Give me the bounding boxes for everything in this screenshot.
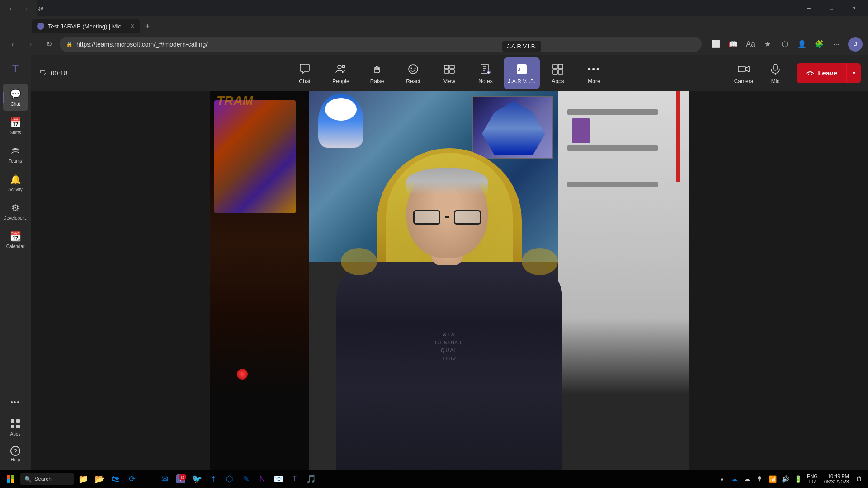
taskbar-teams[interactable]: T 33: [174, 472, 188, 486]
main-content: 🛡 00:18 Chat: [31, 55, 868, 470]
battery-icon[interactable]: 🔋: [793, 472, 803, 486]
back-nav-button[interactable]: ‹: [5, 37, 20, 52]
back-button[interactable]: ‹: [4, 1, 18, 16]
start-button[interactable]: [4, 472, 18, 486]
sidebar-item-activity[interactable]: 🔔 Activity: [3, 169, 28, 196]
taskbar-settings[interactable]: ⚙: [141, 472, 156, 486]
favorites-icon[interactable]: ★: [760, 37, 775, 52]
edge-icon: ⟳: [129, 474, 136, 484]
immersive-reader-icon[interactable]: Aa: [743, 37, 758, 52]
mic-tray-icon[interactable]: 🎙: [755, 472, 765, 486]
taskbar-facebook[interactable]: f: [206, 472, 221, 486]
facebook-icon: f: [212, 474, 214, 484]
new-tab-button[interactable]: +: [140, 20, 155, 33]
apps-toolbar-icon: [551, 62, 565, 76]
sidebar-item-developer[interactable]: ⚙ Developer...: [3, 198, 28, 225]
taskbar-vscode[interactable]: ⬡: [222, 472, 237, 486]
browser-tab-teams[interactable]: Test JARVIB (Meeting) | Mic... ✕: [32, 19, 140, 33]
person-head: [406, 168, 488, 258]
refresh-button[interactable]: ↻: [42, 37, 56, 52]
taskbar-files[interactable]: 📂: [92, 472, 107, 486]
volume-icon[interactable]: 🔊: [780, 472, 791, 486]
jarvib-button[interactable]: J J.A.R.V.I.B. J.A.R.V.I.B.: [504, 57, 540, 89]
react-button[interactable]: React: [395, 57, 431, 89]
apps-toolbar-button[interactable]: Apps: [540, 57, 576, 89]
taskbar-store[interactable]: 🛍: [108, 472, 123, 486]
minimize-button[interactable]: ─: [798, 1, 819, 15]
help-icon: ?: [10, 446, 20, 456]
language-indicator[interactable]: ENG FR: [805, 474, 820, 484]
people-icon-svg: [335, 63, 347, 75]
profile-icon[interactable]: 👤: [795, 37, 809, 52]
sidebar-item-apps[interactable]: Apps: [3, 414, 28, 441]
sidebar-item-more[interactable]: •••: [3, 392, 28, 412]
taskbar-teams2[interactable]: T: [288, 472, 302, 486]
onedrive-icon[interactable]: ☁: [729, 472, 740, 486]
raise-button[interactable]: Raise: [359, 57, 395, 89]
notes-button[interactable]: Notes: [467, 57, 504, 89]
system-tray: ∧ ☁ ☁ 🎙 📶 🔊 🔋 ENG FR 10:49 PM 08/31/2023…: [717, 472, 864, 486]
url-bar[interactable]: 🔒 https://teams.microsoft.com/_#/modern-…: [60, 37, 702, 52]
cloud2-icon[interactable]: ☁: [742, 472, 753, 486]
collections-icon[interactable]: ⬡: [778, 37, 792, 52]
react-icon-svg: [407, 63, 419, 75]
leave-button-container: Leave ▾: [797, 63, 861, 83]
sidebar-item-calendar[interactable]: 📆 Calendar: [3, 226, 28, 253]
security-lock-icon: 🔒: [66, 41, 73, 47]
taskbar-search[interactable]: 🔍 Search: [20, 473, 74, 485]
search-placeholder: Search: [34, 476, 52, 482]
sidebar-item-help[interactable]: ? Help: [3, 442, 28, 466]
taskbar-wacom[interactable]: ✎: [239, 472, 253, 486]
tab-close-button[interactable]: ✕: [130, 23, 135, 29]
taskbar-onenote[interactable]: N: [255, 472, 269, 486]
taskbar-outlook[interactable]: ✉: [157, 472, 172, 486]
sidebar-item-teams[interactable]: Teams: [3, 141, 28, 168]
sidebar-label-help: Help: [11, 457, 20, 463]
mic-button[interactable]: Mic: [760, 57, 791, 89]
more-button[interactable]: ••• More: [576, 57, 612, 89]
sidebar-item-chat[interactable]: 💬 Chat: [3, 84, 28, 111]
sidebar-item-shifts[interactable]: 📅 Shifts: [3, 113, 28, 139]
notification-icon[interactable]: 🗓: [854, 472, 864, 486]
tray-expand-icon[interactable]: ∧: [717, 472, 727, 486]
taskbar-file-explorer[interactable]: 📁: [76, 472, 90, 486]
forward-nav-button[interactable]: ›: [24, 37, 38, 52]
view-button[interactable]: View: [431, 57, 467, 89]
leave-button[interactable]: Leave: [797, 63, 846, 83]
store-icon: 🛍: [112, 474, 120, 484]
forward-button[interactable]: ›: [19, 1, 33, 16]
tab-search-icon[interactable]: ⬜: [709, 37, 723, 52]
leave-dropdown-button[interactable]: ▾: [846, 63, 861, 83]
svg-rect-4: [16, 419, 20, 423]
user-avatar[interactable]: J: [848, 37, 863, 52]
sidebar-label-chat: Chat: [10, 102, 20, 107]
purple-box: [572, 118, 590, 143]
jarvib-toolbar-icon: J: [514, 62, 529, 76]
people-button[interactable]: People: [323, 57, 359, 89]
browser-menu-icon[interactable]: ···: [829, 37, 844, 52]
files-icon: 📂: [94, 474, 104, 484]
developer-icon: ⚙: [9, 202, 22, 214]
video-area: TRAM: [31, 91, 868, 470]
taskbar-clock[interactable]: 10:49 PM 08/31/2023: [821, 474, 852, 484]
extensions-icon[interactable]: 🧩: [812, 37, 826, 52]
chat-button[interactable]: Chat: [287, 57, 323, 89]
maximize-button[interactable]: □: [821, 1, 842, 15]
teams-logo[interactable]: T: [3, 59, 28, 79]
close-button[interactable]: ✕: [844, 1, 864, 15]
taskbar-edge[interactable]: ⟳: [125, 472, 139, 486]
reader-mode-icon[interactable]: 📖: [726, 37, 741, 52]
taskbar-music[interactable]: 🎵: [304, 472, 318, 486]
svg-rect-38: [7, 479, 10, 483]
url-text: https://teams.microsoft.com/_#/modern-ca…: [76, 41, 208, 48]
jarvib-icon-svg: J: [516, 63, 528, 75]
joystick-ball: [237, 369, 248, 380]
camera-button[interactable]: Camera: [728, 57, 760, 89]
taskbar-mail[interactable]: 📧: [271, 472, 286, 486]
teams-app: T 💬 Chat 📅 Shifts Teams 🔔 Activity: [0, 55, 868, 470]
svg-point-1: [12, 149, 14, 151]
svg-rect-5: [11, 425, 14, 428]
person-hair: [406, 168, 488, 195]
taskbar-twitter[interactable]: 🐦: [190, 472, 204, 486]
network-icon[interactable]: 📶: [767, 472, 778, 486]
